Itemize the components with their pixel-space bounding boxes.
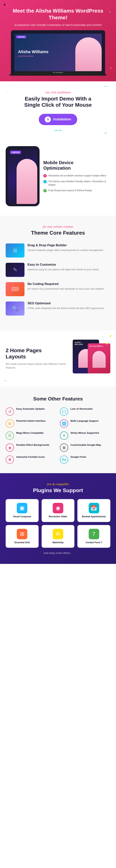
deco-zigzag-2: 〰 (4, 379, 7, 383)
layouts-text: 2 Home Pages Layouts We create Several U… (6, 347, 69, 370)
other-feature-label-3: Multi Language Support (70, 420, 98, 422)
core-heading: Theme Core Features (6, 230, 110, 236)
laptop-person (75, 37, 102, 71)
feature-num-3: 3 (43, 189, 47, 192)
install-button[interactable]: ⬇ Installation (39, 114, 77, 125)
other-feature-text-8: Awesome Fontello Icons (16, 456, 45, 459)
plugin-label-1: Revolution Slider (49, 515, 67, 518)
plugin-icon-3: ⊞ (17, 529, 27, 539)
other-feature-icon-6: ◈ (6, 443, 14, 452)
other-feature-label-4: Mega Menu Compatible (16, 431, 44, 434)
feature-thumb-3: 🔍 (6, 302, 24, 316)
other-feature-icon-7: ⊞ (60, 443, 68, 452)
laptop-base (9, 74, 107, 76)
plugin-icon-2: 📅 (89, 503, 99, 514)
feature-num-2: 2 (43, 180, 47, 183)
plugin-icon-0: ▣ (17, 503, 27, 514)
other-feature-label-6: Parallax Effect Backgrounds (16, 443, 49, 446)
deco-zigzag-1: 〜〜 (104, 85, 109, 88)
other-feature-4: ☰ Mega Menu Compatible (6, 431, 56, 440)
other-feature-text-3: Multi Language Support (70, 420, 98, 423)
deco-dot-2: ● (7, 15, 9, 17)
layouts-section: ✦ 〰 2 Home Pages Layouts We create Sever… (0, 330, 116, 386)
plugin-card-4: ✉ Mailchimp (42, 525, 74, 548)
feature-desc-1: Awesome easy-to-use options will adjust … (27, 268, 99, 272)
deco-star-1: ✦ (110, 66, 112, 70)
install-label: Installation (53, 117, 71, 121)
feature-text-2: No Coding Required No need to be a profe… (27, 282, 104, 291)
other-feature-8: ❋ Awesome Fontello Icons (6, 456, 56, 464)
feature-thumb-icon-1: ✎ (6, 263, 24, 277)
core-cursive: for easy website creation (6, 225, 110, 228)
plugins-grid: ▣ Visual Composer ◉ Revolution Slider 📅 … (6, 499, 110, 548)
other-feature-icon-2: ⚙ (6, 420, 14, 428)
core-feature-2: ⌨ No Coding Required No need to be a pro… (6, 282, 110, 296)
other-feature-text-9: Google Fonts (70, 456, 86, 459)
feature-title-2: No Coding Required (27, 282, 104, 286)
layouts-visual: ALISHAWILLIAMS DO YOU NEED A ✦ (73, 340, 110, 377)
other-feature-7: ⊞ Customizable Google Map (60, 443, 110, 452)
mobile-title: Mobile Device Optimization (43, 160, 110, 171)
other-features-heading: Some Other Features (6, 396, 110, 402)
hero-laptop: LIMEONE Alisha Williams powerful website… (11, 30, 105, 74)
feature-thumb-icon-0: ⊞ (6, 243, 24, 257)
other-feature-text-0: Easy Automatic Updates (16, 407, 45, 411)
other-features-grid: ↺ Easy Automatic Updates { } Lots of Sho… (6, 407, 110, 464)
other-feature-label-1: Lots of Shortcodes (70, 407, 93, 410)
other-feature-icon-1: { } (60, 407, 68, 416)
plugin-label-3: Essential Grid (15, 541, 30, 544)
core-features-section: for easy website creation Theme Core Fea… (0, 216, 116, 330)
other-feature-2: ⚙ Powerful Admin Interface (6, 420, 56, 428)
hero-title: Meet the Alisha Williams WordPress Theme… (6, 7, 110, 21)
plugins-heading: Plugins We Support (6, 488, 110, 493)
plugin-icon-4: ✉ (53, 529, 63, 539)
hero-section: ✦ ● Meet the Alisha Williams WordPress T… (0, 0, 116, 81)
core-feature-0: ⊞ Drag & Drop Page Builder Visual Compos… (6, 243, 110, 257)
feature-thumb-1: ✎ (6, 263, 24, 277)
other-feature-5: ≡ Sticky Menus Supported (60, 431, 110, 440)
laptop-bar: Do You Need a (14, 71, 102, 74)
feature-text-0: Drag & Drop Page Builder Visual Composer… (27, 243, 103, 252)
deco-dot-4: ●● (107, 7, 109, 9)
deco-dot-1 (109, 11, 110, 13)
plugins-section: ● ●● free & compatible Plugins We Suppor… (0, 473, 116, 564)
plugin-label-0: Visual Composer (13, 515, 31, 518)
feature-title-1: Easy to Customize (27, 263, 99, 267)
feature-desc-2: No need to be a professional web develop… (27, 287, 104, 291)
other-feature-text-2: Powerful Admin Interface (16, 420, 46, 423)
plugins-cursive: free & compatible (6, 483, 110, 486)
layouts-heading: 2 Home Pages Layouts (6, 347, 69, 360)
layout-card-2: DO YOU NEED A (88, 343, 110, 373)
mobile-feature-list: 1 Absolutely all scrollable sections sup… (43, 174, 110, 192)
mobile-feature-1: 1 Absolutely all scrollable sections sup… (43, 174, 110, 178)
other-feature-label-5: Sticky Menus Supported (70, 431, 99, 434)
feature-num-1: 1 (43, 174, 47, 178)
core-feature-1: ✎ Easy to Customize Awesome easy-to-use … (6, 263, 110, 277)
feature-thumb-0: ⊞ (6, 243, 24, 257)
core-feature-3: 🔍 SEO Optimized HTML code integrated int… (6, 302, 110, 316)
feature-title-0: Drag & Drop Page Builder (27, 243, 103, 247)
mobile-section: LIMEONE Mobile Device Optimization 1 Abs… (0, 143, 116, 216)
layouts-desc: We create Several Unique Demos with Diff… (6, 362, 69, 370)
other-feature-text-7: Customizable Google Map (70, 443, 101, 447)
plugin-card-1: ◉ Revolution Slider (42, 499, 74, 522)
other-feature-0: ↺ Easy Automatic Updates (6, 407, 56, 416)
other-feature-label-2: Powerful Admin Interface (16, 420, 46, 422)
plugin-icon-5: 7 (89, 529, 99, 539)
other-features-section: Some Other Features ↺ Easy Automatic Upd… (0, 386, 116, 473)
core-features-list: ⊞ Drag & Drop Page Builder Visual Compos… (6, 243, 110, 316)
feature-text-3: SEO Optimized HTML code integrated into … (27, 302, 104, 310)
plugin-card-5: 7 Contact Form 7 (77, 525, 110, 548)
other-feature-icon-4: ☰ (6, 431, 14, 440)
other-feature-label-0: Easy Automatic Updates (16, 407, 45, 410)
other-feature-text-6: Parallax Effect Backgrounds (16, 443, 49, 447)
install-heading: Easily Import Demo With a Single Click o… (6, 96, 110, 108)
feature-text-1: Easy to Customize Awesome easy-to-use op… (27, 263, 99, 272)
other-feature-label-8: Awesome Fontello Icons (16, 456, 45, 458)
other-feature-3: 🌐 Multi Language Support (60, 420, 110, 428)
plugins-footer: and many more others... (6, 552, 110, 555)
mobile-feature-3: 3 Fully Responsive layout & Retina Ready (43, 189, 110, 192)
plugin-card-2: 📅 Booked Appointments (77, 499, 110, 522)
laptop-screen-inner: LIMEONE Alisha Williams powerful website (14, 34, 102, 71)
hero-subtitle: An Awesome User Friendly Combination of … (6, 24, 110, 27)
